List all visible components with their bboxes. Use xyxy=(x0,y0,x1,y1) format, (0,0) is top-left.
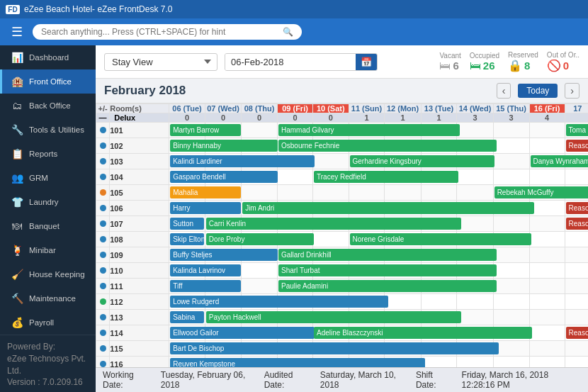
search-input[interactable] xyxy=(41,27,278,37)
top-nav: ☰ 🔍 xyxy=(0,18,588,45)
booking-bar[interactable]: Binny Hannaby xyxy=(170,140,278,152)
booking-bar[interactable]: Kalindi Lardiner xyxy=(170,155,315,167)
booking-bar[interactable]: Reuven Kempstone xyxy=(170,358,425,367)
sidebar-label-housekeeping: House Keeping xyxy=(29,270,85,279)
table-row[interactable]: 104Gasparo BendellTracey Redfield xyxy=(96,169,589,185)
sidebar-item-grm[interactable]: 👥 GRM xyxy=(0,166,96,190)
sidebar-label-back-office: Back Office xyxy=(29,101,71,110)
grid-body: —Delux00000111334101Martyn BarrowHammad … xyxy=(96,113,589,368)
status-bar: Working Date: Tuesday, February 06, 2018… xyxy=(96,367,588,392)
booking-bar[interactable]: Paulie Adamini xyxy=(278,280,497,292)
booking-bar[interactable]: Reason:Maintenar xyxy=(566,202,588,214)
occupied-label: Occupied xyxy=(470,52,499,60)
table-row[interactable]: 111TiffPaulie Adamini xyxy=(96,279,589,294)
booking-bar[interactable]: Sutton xyxy=(170,218,204,230)
sidebar-item-payroll[interactable]: 💰 Payroll xyxy=(0,310,96,335)
table-row[interactable]: 115Bart De Bischop xyxy=(96,341,589,357)
booking-bar[interactable]: Payton Hackwell xyxy=(206,311,461,323)
booking-bar[interactable]: Reason:Maintenar xyxy=(566,218,588,230)
booking-bar[interactable]: Ellwood Gailor xyxy=(170,327,315,339)
search-icon: 🔍 xyxy=(283,27,293,37)
table-row[interactable]: 114Ellwood GailorAdeline BlaszczynskiRea… xyxy=(96,325,589,341)
booking-bar[interactable]: Jim Andri xyxy=(242,202,534,214)
sidebar-item-laundry[interactable]: 👕 Laundry xyxy=(0,190,96,214)
stay-grid: +/- Room(s) 06 (Tue) 07 (Wed) 08 (Thu) 0… xyxy=(96,103,588,367)
table-row[interactable]: 102Binny HannabyOsbourne FechnieReason:M… xyxy=(96,138,589,154)
table-row[interactable]: 112Lowe Rudgerd xyxy=(96,294,589,310)
booking-bar[interactable]: Reason:Maintenar xyxy=(566,140,588,152)
booking-bar[interactable]: Skip Elton xyxy=(170,233,204,245)
booking-bar[interactable]: Carri Kenlin xyxy=(206,218,461,230)
booking-bar[interactable]: Bart De Bischop xyxy=(170,342,499,354)
booking-bar[interactable]: Toma Oty xyxy=(566,124,588,136)
table-row[interactable]: 103Kalindi LardinerGerhardine KingsburyD… xyxy=(96,154,589,169)
shift-date-value: Friday, March 16, 2018 12:28:16 PM xyxy=(462,370,581,390)
sidebar-label-maintenance: Maintenance xyxy=(29,294,76,303)
sidebar-item-banquet[interactable]: 🍽 Banquet xyxy=(0,214,96,238)
date-input[interactable] xyxy=(225,54,356,70)
front-office-icon: 🏨 xyxy=(11,76,23,87)
table-row[interactable]: 109Buffy SteljesGallard Drinkhill xyxy=(96,247,589,263)
booking-bar[interactable]: Reason:Maintenar xyxy=(566,327,588,339)
sidebar-footer: Powered By: eZee Technosys Pvt. Ltd. Ver… xyxy=(0,335,96,392)
stat-out-of-order: Out of Or.. 🚫 0 xyxy=(547,51,579,72)
booking-bar[interactable]: Tiff xyxy=(170,280,241,292)
search-bar[interactable]: 🔍 xyxy=(33,24,302,40)
table-row[interactable]: 101Martyn BarrowHammad GilvaryToma Oty xyxy=(96,123,589,138)
booking-bar[interactable]: Norene Grisdale xyxy=(350,233,531,245)
table-row[interactable]: 106HarryJim AndriReason:Maintenar xyxy=(96,201,589,216)
date-picker-button[interactable]: 📅 xyxy=(356,54,377,70)
booking-bar[interactable]: Rebekah McGuffy xyxy=(494,186,588,198)
booking-bar[interactable]: Hammad Gilvary xyxy=(278,124,460,136)
sidebar-item-maintenance[interactable]: 🔨 Maintenance xyxy=(0,286,96,310)
booking-bar[interactable]: Gallard Drinkhill xyxy=(278,249,497,261)
booking-bar[interactable]: Lowe Rudgerd xyxy=(170,296,388,308)
sidebar-item-dashboard[interactable]: 📊 Dashboard xyxy=(0,45,96,69)
table-row[interactable]: 110Kalinda LavrinovSharl Turbat xyxy=(96,263,589,279)
table-row[interactable]: 107SuttonCarri KenlinReason:Maintenar xyxy=(96,216,589,232)
working-date-value: Tuesday, February 06, 2018 xyxy=(161,370,253,390)
reports-icon: 📋 xyxy=(11,148,23,159)
booking-bar[interactable]: Dore Proby xyxy=(206,233,314,245)
sidebar-item-back-office[interactable]: 🗂 Back Office xyxy=(0,94,96,118)
table-row[interactable]: 108Skip EltonDore ProbyNorene Grisdale xyxy=(96,232,589,247)
shift-date-label: Shift Date: xyxy=(416,370,451,390)
sidebar-item-tools[interactable]: 🔧 Tools & Utilities xyxy=(0,118,96,142)
next-month-button[interactable]: › xyxy=(565,83,579,99)
booking-bar[interactable]: Martyn Barrow xyxy=(170,124,241,136)
booking-bar[interactable]: Sharl Turbat xyxy=(278,264,497,276)
prev-month-button[interactable]: ‹ xyxy=(497,83,511,99)
booking-bar[interactable]: Buffy Steljes xyxy=(170,249,278,261)
sidebar-item-front-office[interactable]: 🏨 Front Office xyxy=(0,69,96,94)
calendar-title: February 2018 xyxy=(104,84,490,98)
booking-bar[interactable]: Harry xyxy=(170,202,241,214)
booking-bar[interactable]: Danya Wynrahame xyxy=(531,155,589,167)
sidebar-label-dashboard: Dashboard xyxy=(29,53,69,62)
booking-bar[interactable]: Kalinda Lavrinov xyxy=(170,264,241,276)
booking-bar[interactable]: Gasparo Bendell xyxy=(170,171,278,183)
title-bar: FD eZee Beach Hotel- eZee FrontDesk 7.0 xyxy=(0,0,588,18)
col-header-15: 15 (Thu) xyxy=(493,104,529,113)
hamburger-button[interactable]: ☰ xyxy=(7,23,27,41)
sidebar-item-minibar[interactable]: 🍹 Minibar xyxy=(0,238,96,262)
booking-bar[interactable]: Mahalia xyxy=(170,186,241,198)
table-row[interactable]: 116Reuven Kempstone xyxy=(96,357,589,368)
booking-bar[interactable]: Osbourne Fechnie xyxy=(278,140,497,152)
booking-bar[interactable]: Tracey Redfield xyxy=(314,171,458,183)
booking-bar[interactable]: Adeline Blaszczynski xyxy=(314,327,532,339)
sidebar-item-reports[interactable]: 📋 Reports xyxy=(0,142,96,166)
reserved-value: 8 xyxy=(524,60,530,72)
sidebar-item-housekeeping[interactable]: 🧹 House Keeping xyxy=(0,262,96,286)
payroll-icon: 💰 xyxy=(11,317,23,328)
date-picker-wrapper[interactable]: 📅 xyxy=(225,53,378,71)
booking-bar[interactable]: Sabina xyxy=(170,311,204,323)
table-row[interactable]: 105MahaliaRebekah McGuffy xyxy=(96,185,589,201)
col-header-10: 10 (Sat) xyxy=(313,104,349,113)
table-row[interactable]: 113SabinaPayton Hackwell xyxy=(96,310,589,325)
view-select[interactable]: Stay View Room View Arrival View Departu… xyxy=(104,53,217,71)
sidebar-label-front-office: Front Office xyxy=(29,77,72,86)
today-button[interactable]: Today xyxy=(518,84,558,98)
reserved-label: Reserved xyxy=(508,51,538,59)
col-header-06: 06 (Tue) xyxy=(169,104,205,113)
booking-bar[interactable]: Gerhardine Kingsbury xyxy=(350,155,494,167)
